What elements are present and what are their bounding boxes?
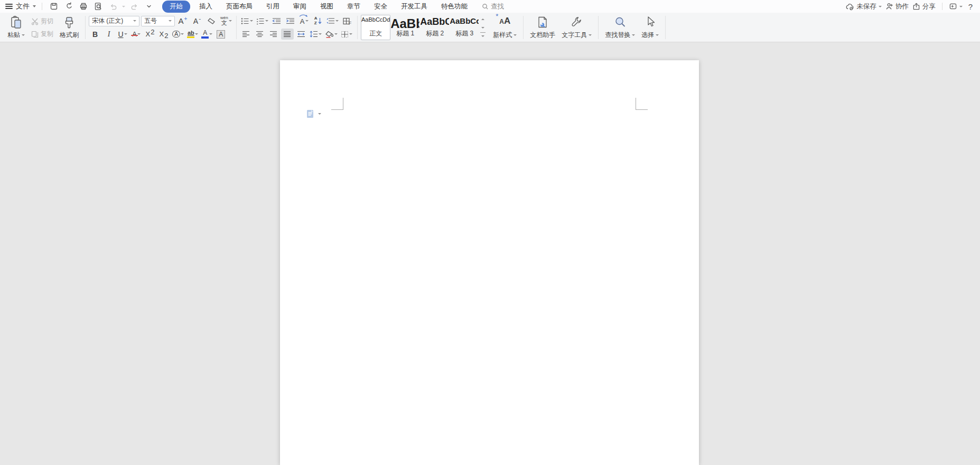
find-replace-caret-icon — [632, 34, 635, 36]
clipboard-group: 粘贴 剪切 复制 格式刷 — [4, 14, 82, 41]
select-cursor-icon — [645, 16, 656, 29]
save-status-button[interactable]: 未保存 — [845, 2, 882, 11]
tab-section[interactable]: 章节 — [340, 1, 367, 13]
save-button[interactable] — [48, 1, 60, 12]
page-widget-doc-icon — [306, 109, 315, 118]
find-replace-button[interactable]: 查找替换 — [602, 14, 638, 41]
redo-button[interactable] — [128, 1, 140, 12]
tab-security[interactable]: 安全 — [367, 1, 394, 13]
text-effects-button[interactable]: A — [171, 29, 185, 40]
document-canvas[interactable] — [0, 42, 980, 465]
font-color-icon: A — [201, 30, 209, 39]
sort-button[interactable]: AZ — [312, 15, 324, 26]
italic-button[interactable]: I — [102, 29, 115, 40]
font-size-caret-icon — [169, 20, 172, 22]
align-right-button[interactable] — [267, 29, 280, 40]
undo-caret-icon[interactable] — [122, 6, 125, 7]
font-color-button[interactable]: A — [200, 29, 213, 40]
select-button[interactable]: 选择 — [638, 14, 662, 41]
find-replace-icon — [614, 16, 627, 29]
decrease-indent-button[interactable] — [270, 15, 283, 26]
highlight-caret-icon — [195, 33, 198, 35]
shrink-font-button[interactable]: A - — [191, 15, 203, 26]
copy-button[interactable]: 复制 — [29, 29, 55, 40]
distribute-button[interactable] — [295, 29, 307, 40]
paste-button[interactable]: 粘贴 — [4, 14, 28, 41]
tab-page-layout[interactable]: 页面布局 — [219, 1, 259, 13]
share-button[interactable]: 分享 — [912, 2, 936, 11]
grow-font-button[interactable]: A + — [176, 15, 189, 26]
bold-button[interactable]: B — [89, 29, 101, 40]
print-preview-button[interactable] — [92, 1, 104, 12]
paragraph-layout-button[interactable] — [325, 15, 340, 26]
gallery-scroll-up-button[interactable] — [479, 16, 487, 23]
align-center-icon — [256, 31, 264, 38]
collaborate-button[interactable]: 协作 — [885, 2, 909, 11]
strikethrough-button[interactable]: A — [130, 29, 143, 40]
tab-home[interactable]: 开始 — [162, 1, 190, 13]
export-pdf-button[interactable] — [63, 1, 74, 12]
file-menu-caret-icon[interactable] — [33, 5, 36, 7]
print-button[interactable] — [78, 1, 89, 12]
text-direction-button[interactable]: A — [298, 15, 311, 26]
style-normal[interactable]: AaBbCcDd 正文 — [361, 15, 390, 40]
new-style-button[interactable]: * AA 新样式 — [490, 14, 520, 41]
tab-developer-tools[interactable]: 开发工具 — [394, 1, 434, 13]
bullets-button[interactable] — [240, 15, 254, 26]
gallery-scroll-down-button[interactable] — [479, 24, 487, 31]
character-shading-button[interactable]: A — [214, 29, 227, 40]
font-size-select[interactable]: 五号 — [141, 16, 175, 26]
paragraph-layout-icon — [326, 17, 335, 24]
phonetic-guide-button[interactable]: wén 文 — [219, 15, 233, 26]
ribbon-search[interactable]: 查找 — [482, 2, 504, 11]
style-heading1[interactable]: AaBb 标题 1 — [390, 15, 420, 40]
tab-insert[interactable]: 插入 — [192, 1, 219, 13]
page-setup-widget[interactable] — [306, 109, 321, 118]
borders-button[interactable] — [340, 29, 353, 40]
style-heading2-preview: AaBbC — [420, 16, 450, 27]
doc-assistant-button[interactable]: 文档助手 — [527, 14, 558, 41]
font-group: 宋体 (正文) 五号 A + A - wén 文 — [89, 14, 233, 41]
new-tab-button[interactable] — [949, 3, 963, 10]
page-widget-caret-icon[interactable] — [318, 113, 321, 115]
hamburger-menu-icon[interactable] — [5, 4, 13, 9]
cut-button[interactable]: 剪切 — [29, 16, 55, 27]
numbering-icon — [256, 17, 265, 25]
increase-indent-button[interactable] — [284, 15, 297, 26]
font-family-select[interactable]: 宋体 (正文) — [89, 16, 139, 26]
numbering-button[interactable] — [255, 15, 269, 26]
undo-button[interactable] — [107, 1, 119, 12]
tab-view[interactable]: 视图 — [313, 1, 340, 13]
superscript-button[interactable]: X2 — [144, 29, 156, 40]
text-direction-caret-icon — [305, 20, 309, 22]
tab-review[interactable]: 审阅 — [286, 1, 313, 13]
line-spacing-button[interactable] — [309, 29, 323, 40]
document-page[interactable] — [280, 60, 699, 465]
tab-references[interactable]: 引用 — [259, 1, 286, 13]
shading-button[interactable] — [324, 29, 339, 40]
clear-format-button[interactable] — [205, 15, 218, 26]
grow-font-glyph: A — [179, 17, 184, 25]
align-left-button[interactable] — [240, 29, 253, 40]
ribbon-search-label: 查找 — [491, 2, 504, 11]
file-menu[interactable]: 文件 — [16, 2, 30, 11]
gallery-more-button[interactable] — [480, 32, 486, 39]
format-painter-button[interactable]: 格式刷 — [57, 14, 82, 41]
customize-toolbar-button[interactable] — [143, 1, 155, 12]
tab-stops-button[interactable]: F — [341, 15, 354, 26]
tab-special-features[interactable]: 特色功能 — [434, 1, 474, 13]
subscript-button[interactable]: X2 — [157, 29, 170, 40]
justify-button[interactable] — [281, 29, 294, 40]
help-button[interactable]: ? — [966, 2, 975, 11]
highlight-color-button[interactable]: ab — [186, 29, 199, 40]
numbering-caret-icon — [265, 20, 268, 22]
align-center-button[interactable] — [254, 29, 266, 40]
shrink-font-glyph: A — [193, 17, 198, 25]
text-tool-button[interactable]: 文字工具 — [558, 14, 595, 41]
grow-font-plus: + — [184, 16, 188, 22]
style-heading2[interactable]: AaBbC 标题 2 — [420, 15, 450, 40]
underline-button[interactable]: U — [116, 29, 129, 40]
style-heading1-preview: AaBb — [390, 16, 420, 29]
style-heading3[interactable]: AaBbCc 标题 3 — [450, 15, 479, 40]
find-replace-label: 查找替换 — [605, 31, 630, 40]
